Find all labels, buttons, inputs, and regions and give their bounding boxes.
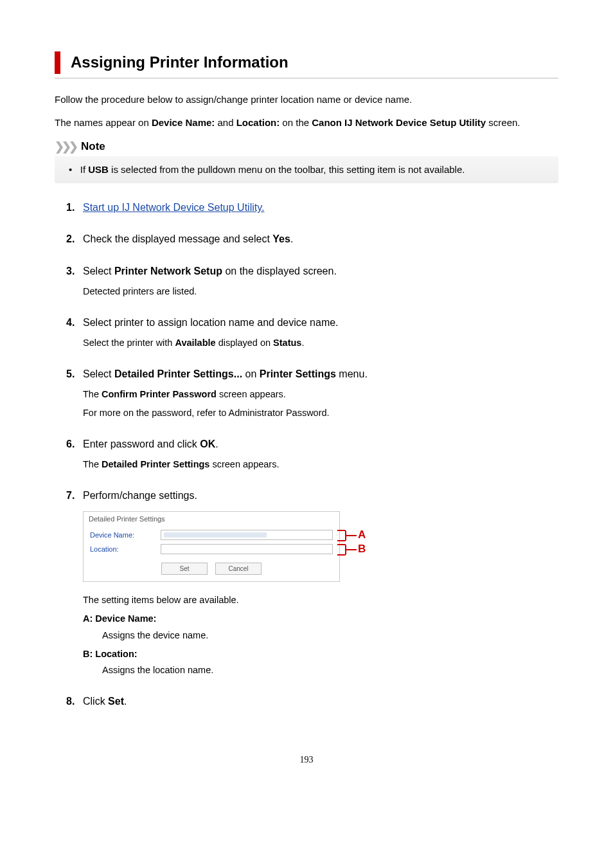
device-name-label: Device Name: [90,530,161,541]
location-input[interactable] [161,544,333,554]
start-utility-link[interactable]: Start up IJ Network Device Setup Utility… [83,202,264,213]
text: displayed on [216,338,273,348]
step-6: 6. Enter password and click OK. The Deta… [66,437,558,471]
location-row: Location: [84,542,339,556]
bold-text: OK [200,439,215,449]
step-text: Enter password and click OK. [83,437,558,451]
text: on the displayed screen. [222,266,337,276]
bold-text: Location: [236,117,280,128]
annotation-letter: B [358,541,366,557]
step-1: 1. Start up IJ Network Device Setup Util… [66,200,558,215]
bold-text: Status [273,338,301,348]
bold-text: Detailed Printer Settings [102,459,209,469]
step-4: 4. Select printer to assign location nam… [66,315,558,350]
bold-text: Confirm Printer Password [102,389,217,399]
item-heading: A: Device Name: [83,612,558,626]
dialog-buttons: Set Cancel [84,556,339,581]
text: The [83,389,102,399]
text: and [215,117,236,128]
page-number: 193 [55,754,558,766]
note-label: Note [81,139,105,155]
text: on the [280,117,312,128]
step-text: Select Detailed Printer Settings... on P… [83,366,558,381]
text: screen. [486,117,520,128]
item-a: A: Device Name: Assigns the device name. [83,612,558,642]
text: screen appears. [217,389,286,399]
item-body: Assigns the device name. [102,629,558,642]
bold-text: USB [88,164,109,175]
page-title-wrap: Assigning Printer Information [55,51,558,74]
location-label: Location: [90,545,161,555]
bold-text: Available [175,338,215,348]
text: . [124,696,127,707]
step-body: The Confirm Printer Password screen appe… [83,388,558,420]
annotation-column: A B [337,511,366,557]
text: Select the printer with [83,338,175,348]
step-number: 4. [66,315,83,330]
note-heading: ❯❯❯ Note [55,138,558,155]
text: The [83,459,102,469]
step-text: Perform/change settings. [83,488,558,503]
step-8: 8. Click Set. [66,694,558,709]
step-text: Select Printer Network Setup on the disp… [83,264,558,278]
step-3: 3. Select Printer Network Setup on the d… [66,264,558,298]
bracket-icon [337,544,346,556]
text: Select the printer with Available displa… [83,336,558,350]
text: If [80,164,89,175]
description-block: The setting items below are available. A… [83,593,558,676]
text: The names appear on [55,117,152,128]
set-button[interactable]: Set [161,563,208,575]
step-5: 5. Select Detailed Printer Settings... o… [66,366,558,420]
text: Select [83,266,114,276]
step-number: 2. [66,231,83,246]
device-name-input[interactable] [161,530,333,540]
steps-list: 1. Start up IJ Network Device Setup Util… [55,200,558,709]
text: . [301,338,304,348]
item-heading: B: Location: [83,647,558,661]
step-number: 7. [66,488,83,503]
text: Click [83,696,108,707]
cancel-button[interactable]: Cancel [215,563,262,575]
note-text: If USB is selected from the pulldown men… [69,164,465,175]
step-body: Detected printers are listed. [83,285,558,298]
text: The setting items below are available. [83,593,558,607]
text: Check the displayed message and select [83,233,272,244]
bold-text: Device Name: [152,117,215,128]
step-7: 7. Perform/change settings. Detailed Pri… [66,488,558,676]
dialog-figure: Detailed Printer Settings Device Name: L… [83,511,558,583]
step-2: 2. Check the displayed message and selec… [66,231,558,246]
step-number: 5. [66,366,83,381]
note-block: ❯❯❯ Note If USB is selected from the pul… [55,138,558,183]
note-body: If USB is selected from the pulldown men… [55,156,558,183]
chevron-right-icon: ❯❯❯ [55,138,76,155]
step-body: The Detailed Printer Settings screen app… [83,458,558,471]
device-name-row: Device Name: [84,528,339,542]
bold-text: Set [108,696,124,707]
text: menu. [336,368,368,379]
item-body: Assigns the location name. [102,664,558,677]
detailed-printer-settings-dialog: Detailed Printer Settings Device Name: L… [83,511,340,583]
step-number: 1. [66,200,83,215]
bracket-icon [337,530,346,541]
step-text: Click Set. [83,694,558,709]
text: on [242,368,260,379]
step-text: Select printer to assign location name a… [83,315,558,330]
bold-text: Yes [272,233,290,244]
bold-text: Printer Settings [260,368,336,379]
intro-paragraph-2: The names appear on Device Name: and Loc… [55,116,558,130]
title-rule [55,78,558,78]
text: The Detailed Printer Settings screen app… [83,458,558,471]
step-text: Check the displayed message and select Y… [83,231,558,246]
text: . [290,233,293,244]
text: For more on the password, refer to Admin… [83,406,558,420]
intro-paragraph-1: Follow the procedure below to assign/cha… [55,93,558,107]
bold-text: Printer Network Setup [114,266,222,276]
item-b: B: Location: Assigns the location name. [83,647,558,677]
text: Enter password and click [83,439,200,449]
text: Select [83,368,114,379]
text: is selected from the pulldown menu on th… [109,164,465,175]
annotation-a: A [337,529,366,543]
bold-text: Canon IJ Network Device Setup Utility [312,117,486,128]
text: . [215,439,218,449]
step-number: 3. [66,264,83,278]
